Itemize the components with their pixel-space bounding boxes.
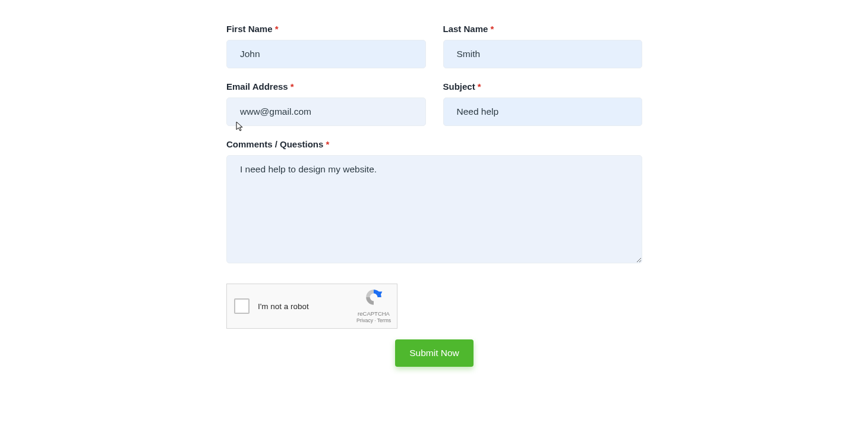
field-last-name: Last Name * (443, 24, 643, 68)
recaptcha-icon (364, 288, 383, 307)
label-last-name: Last Name * (443, 24, 643, 34)
recaptcha-widget[interactable]: I'm not a robot reCAPTCHA Privacy · Term… (226, 284, 397, 329)
required-mark: * (491, 24, 494, 34)
field-subject: Subject * (443, 81, 643, 126)
submit-button[interactable]: Submit Now (395, 339, 474, 367)
contact-form: First Name * Last Name * Email Address *… (226, 24, 642, 367)
recaptcha-brand: reCAPTCHA (356, 310, 391, 317)
recaptcha-checkbox[interactable] (234, 298, 250, 314)
recaptcha-right: reCAPTCHA Privacy · Terms (356, 288, 391, 324)
required-mark: * (275, 24, 279, 34)
field-email: Email Address * (226, 81, 426, 126)
recaptcha-text: I'm not a robot (258, 302, 309, 311)
first-name-input[interactable] (226, 40, 426, 68)
email-input[interactable] (226, 97, 426, 126)
label-first-name-text: First Name (226, 24, 273, 34)
row-name: First Name * Last Name * (226, 24, 642, 68)
label-comments-text: Comments / Questions (226, 139, 323, 149)
label-email-text: Email Address (226, 81, 288, 92)
subject-input[interactable] (443, 97, 643, 126)
row-comments: Comments / Questions * (226, 139, 642, 266)
comments-textarea[interactable] (226, 155, 642, 263)
row-email-subject: Email Address * Subject * (226, 81, 642, 126)
label-subject: Subject * (443, 81, 643, 92)
recaptcha-links: Privacy · Terms (356, 317, 391, 324)
last-name-input[interactable] (443, 40, 643, 68)
label-email: Email Address * (226, 81, 426, 92)
field-first-name: First Name * (226, 24, 426, 68)
recaptcha-left: I'm not a robot (234, 298, 309, 314)
field-comments: Comments / Questions * (226, 139, 642, 266)
label-first-name: First Name * (226, 24, 426, 34)
submit-row: Submit Now (226, 339, 642, 367)
required-mark: * (478, 81, 481, 92)
required-mark: * (291, 81, 294, 92)
label-comments: Comments / Questions * (226, 139, 642, 149)
label-subject-text: Subject (443, 81, 475, 92)
required-mark: * (326, 139, 330, 149)
label-last-name-text: Last Name (443, 24, 488, 34)
